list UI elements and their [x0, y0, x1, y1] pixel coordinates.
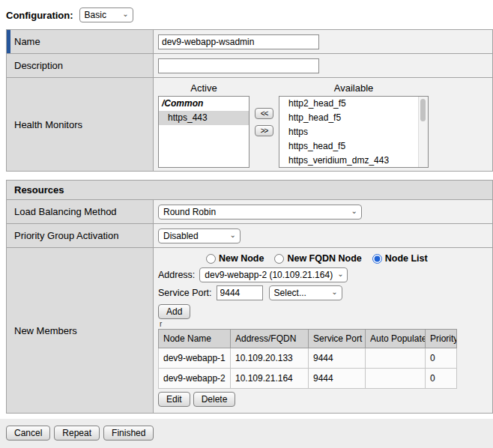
- member-node-name: dev9-webapp-2: [159, 369, 231, 389]
- new-fqdn-node-radio-label: New FQDN Node: [287, 253, 361, 264]
- active-list-header: Active: [190, 82, 217, 94]
- members-table-header: Auto Populate: [366, 330, 426, 348]
- stray-character: r: [160, 321, 486, 327]
- member-auto-populate: [366, 369, 426, 389]
- new-node-radio-option[interactable]: New Node: [206, 253, 264, 264]
- members-table-header-row: Node Name Address/FQDN Service Port Auto…: [159, 330, 457, 348]
- configuration-select[interactable]: Basic ⌄: [79, 7, 133, 22]
- address-line: Address: dev9-webapp-2 (10.109.21.164) ⌄: [158, 267, 486, 282]
- general-properties-table: Name Description Health Monitors Active: [6, 29, 493, 172]
- name-label: Name: [14, 36, 40, 47]
- node-list-radio-label: Node List: [385, 253, 428, 264]
- node-list-radio-option[interactable]: Node List: [372, 253, 428, 264]
- edit-button[interactable]: Edit: [158, 392, 190, 407]
- new-node-radio-label: New Node: [219, 253, 264, 264]
- members-table-header: Service Port: [309, 330, 366, 348]
- load-balancing-row: Load Balancing Method Round Robin ⌄: [7, 200, 492, 224]
- cancel-button[interactable]: Cancel: [6, 426, 50, 441]
- new-fqdn-node-radio[interactable]: [274, 254, 284, 264]
- footer-bar: Cancel Repeat Finished: [0, 419, 493, 448]
- description-label: Description: [14, 60, 63, 71]
- member-address: 10.109.20.133: [231, 348, 309, 369]
- priority-group-label-cell: Priority Group Activation: [7, 224, 154, 247]
- node-list-radio[interactable]: [372, 254, 382, 264]
- chevron-down-icon: ⌄: [122, 10, 128, 18]
- member-service-port: 9444: [309, 369, 366, 389]
- resources-table: Load Balancing Method Round Robin ⌄ Prio…: [6, 199, 493, 414]
- list-item[interactable]: https_veridium_dmz_443: [279, 154, 428, 168]
- address-select[interactable]: dev9-webapp-2 (10.109.21.164) ⌄: [199, 267, 348, 282]
- table-row[interactable]: dev9-webapp-1 10.109.20.133 9444 0: [159, 348, 457, 369]
- repeat-button[interactable]: Repeat: [54, 426, 100, 441]
- address-select-value: dev9-webapp-2 (10.109.21.164): [205, 270, 333, 280]
- members-table-header: Node Name: [159, 330, 231, 348]
- resources-section-header: Resources: [6, 180, 493, 199]
- chevron-down-icon: ⌄: [337, 270, 343, 278]
- chevron-down-icon: ⌄: [331, 288, 337, 296]
- move-to-active-button[interactable]: <<: [255, 108, 273, 119]
- configuration-select-value: Basic: [85, 10, 106, 20]
- health-monitors-value-cell: Active /Common https_443 << >> Available: [154, 78, 492, 171]
- description-input[interactable]: [158, 58, 319, 73]
- available-list-header: Available: [334, 82, 374, 94]
- required-indicator: [7, 30, 10, 53]
- list-item[interactable]: https_443: [159, 111, 249, 125]
- list-item[interactable]: https_head_f5: [279, 139, 428, 154]
- name-label-cell: Name: [7, 30, 154, 53]
- port-preset-select-value: Select...: [274, 288, 306, 298]
- member-priority: 0: [426, 348, 457, 369]
- monitor-move-buttons: << >>: [249, 82, 279, 168]
- health-monitors-label-cell: Health Monitors: [7, 78, 154, 171]
- load-balancing-value-cell: Round Robin ⌄: [154, 200, 492, 223]
- delete-button[interactable]: Delete: [193, 392, 236, 407]
- members-table-header: Priority: [426, 330, 457, 348]
- health-monitors-label: Health Monitors: [14, 119, 82, 130]
- service-port-line: Service Port: Select... ⌄: [158, 285, 486, 300]
- finished-button[interactable]: Finished: [103, 426, 154, 441]
- load-balancing-select[interactable]: Round Robin ⌄: [158, 205, 362, 220]
- load-balancing-label: Load Balancing Method: [14, 206, 117, 217]
- list-item[interactable]: https: [279, 125, 428, 139]
- chevron-down-icon: ⌄: [351, 208, 357, 215]
- priority-group-label: Priority Group Activation: [14, 230, 118, 241]
- service-port-label: Service Port:: [158, 288, 212, 298]
- description-label-cell: Description: [7, 54, 154, 77]
- new-members-value-cell: New Node New FQDN Node Node List Address…: [154, 248, 492, 413]
- new-members-label-cell: New Members: [7, 248, 154, 413]
- member-priority: 0: [426, 369, 457, 389]
- new-fqdn-node-radio-option[interactable]: New FQDN Node: [274, 253, 361, 264]
- add-button[interactable]: Add: [158, 304, 190, 319]
- members-table: Node Name Address/FQDN Service Port Auto…: [158, 329, 457, 389]
- priority-group-select[interactable]: Disabled ⌄: [158, 228, 241, 243]
- name-row: Name: [7, 30, 492, 54]
- available-monitors-listbox[interactable]: http2_head_f5 http_head_f5 https https_h…: [279, 96, 429, 168]
- address-label: Address:: [158, 270, 195, 280]
- description-value-cell: [154, 54, 492, 77]
- resources-title: Resources: [14, 184, 64, 196]
- service-port-input[interactable]: [217, 285, 263, 300]
- add-button-line: Add: [158, 304, 486, 319]
- load-balancing-select-value: Round Robin: [163, 207, 216, 217]
- health-monitors-row: Health Monitors Active /Common https_443…: [7, 78, 492, 171]
- priority-group-row: Priority Group Activation Disabled ⌄: [7, 224, 492, 248]
- members-table-header: Address/FQDN: [231, 330, 309, 348]
- new-members-label: New Members: [14, 325, 77, 336]
- configuration-label: Configuration:: [6, 10, 73, 21]
- scrollbar-thumb[interactable]: [420, 99, 426, 121]
- active-monitors-listbox[interactable]: /Common https_443: [158, 96, 249, 168]
- member-auto-populate: [366, 348, 426, 369]
- port-preset-select[interactable]: Select... ⌄: [269, 285, 342, 300]
- new-node-radio[interactable]: [206, 254, 216, 264]
- member-node-name: dev9-webapp-1: [159, 348, 231, 369]
- name-input[interactable]: [158, 34, 319, 49]
- priority-group-value-cell: Disabled ⌄: [154, 224, 492, 247]
- configuration-bar: Configuration: Basic ⌄: [0, 0, 493, 29]
- member-action-buttons: Edit Delete: [158, 392, 486, 407]
- table-row[interactable]: dev9-webapp-2 10.109.21.164 9444 0: [159, 369, 457, 389]
- new-members-row: New Members New Node New FQDN Node Node …: [7, 248, 492, 413]
- move-to-available-button[interactable]: >>: [255, 125, 273, 136]
- list-item[interactable]: http2_head_f5: [279, 97, 428, 111]
- scrollbar[interactable]: [418, 97, 428, 167]
- list-item[interactable]: http_head_f5: [279, 111, 428, 125]
- load-balancing-label-cell: Load Balancing Method: [7, 200, 154, 223]
